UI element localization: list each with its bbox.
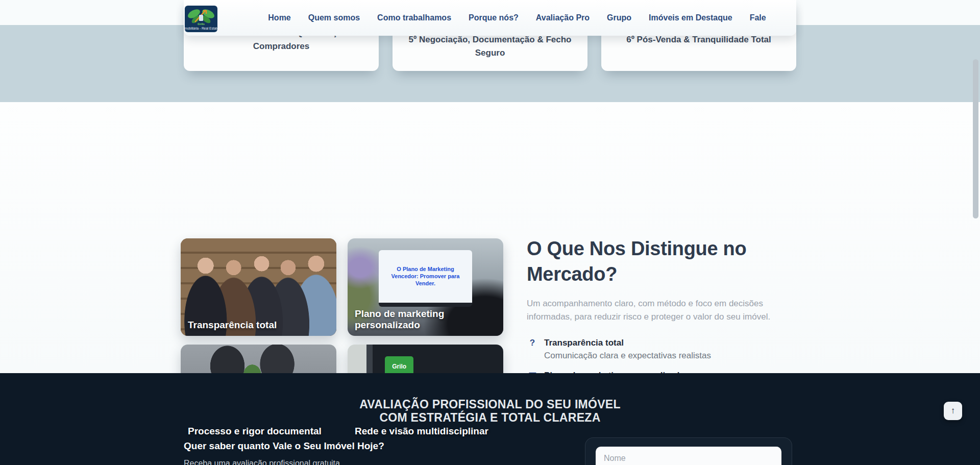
- logo[interactable]: Grilo Imobiliária - Real Estate: [185, 6, 217, 32]
- nav-item-grupo[interactable]: Grupo: [607, 13, 631, 22]
- navbar: Grilo Imobiliária - Real Estate Home Que…: [184, 0, 796, 36]
- dragonfly-logo-icon: [185, 8, 217, 25]
- main-navigation: Home Quem somos Como trabalhamos Porque …: [248, 13, 766, 22]
- feature-title: Transparência total: [544, 337, 711, 349]
- valuation-section: AVALIAÇÃO PROFISSIONAL DO SEU IMÓVEL COM…: [0, 373, 980, 465]
- nav-item-como-trabalhamos[interactable]: Como trabalhamos: [377, 13, 451, 22]
- gallery-caption: Rede e visão multidisciplinar: [355, 426, 488, 437]
- arrow-up-icon: ↑: [951, 406, 955, 416]
- monitor-screen-text: O Plano de Marketing Vencedor: Promover …: [386, 265, 465, 287]
- nav-item-fale[interactable]: Fale: [750, 13, 766, 22]
- page: 4º Gestão de Visitas & Qualificação de C…: [0, 0, 980, 465]
- distinguish-section: Transparência total O Plano de Marketing…: [0, 102, 980, 373]
- name-input[interactable]: [596, 447, 781, 465]
- valuation-heading: AVALIAÇÃO PROFISSIONAL DO SEU IMÓVEL COM…: [0, 398, 980, 424]
- nav-item-avaliacao-pro[interactable]: Avaliação Pro: [536, 13, 590, 22]
- valuation-question: Quer saber quanto Vale o Seu Imóvel Hoje…: [184, 440, 384, 452]
- process-steps-section: 4º Gestão de Visitas & Qualificação de C…: [0, 0, 980, 102]
- gallery-caption: Transparência total: [188, 320, 277, 331]
- nav-item-quem-somos[interactable]: Quem somos: [308, 13, 360, 22]
- nav-item-porque-nos[interactable]: Porque nós?: [469, 13, 519, 22]
- scrollbar-thumb[interactable]: [973, 59, 978, 218]
- feature-item-transparencia: ? Transparência total Comunicação clara …: [527, 337, 792, 362]
- gallery-card-transparencia: Transparência total: [181, 238, 336, 336]
- valuation-form: [585, 437, 792, 465]
- valuation-subtext: Receba uma avaliação profissional gratui…: [184, 459, 340, 465]
- feature-description: Comunicação clara e expectativas realist…: [544, 349, 711, 362]
- scroll-to-top-button[interactable]: ↑: [944, 402, 962, 420]
- nav-item-home[interactable]: Home: [268, 13, 290, 22]
- section-title-line2: Mercado?: [527, 261, 792, 287]
- monitor-screen: O Plano de Marketing Vencedor: Promover …: [379, 250, 472, 307]
- question-icon: ?: [527, 337, 538, 362]
- valuation-heading-line2: COM ESTRATÉGIA E TOTAL CLAREZA: [0, 411, 980, 424]
- valuation-heading-line1: AVALIAÇÃO PROFISSIONAL DO SEU IMÓVEL: [0, 398, 980, 411]
- nav-item-imoveis-destaque[interactable]: Imóveis em Destaque: [649, 13, 732, 22]
- section-title-line1: O Que Nos Distingue no: [527, 236, 792, 261]
- gallery-card-marketing: O Plano de Marketing Vencedor: Promover …: [348, 238, 503, 336]
- section-title: O Que Nos Distingue no Mercado?: [527, 236, 792, 287]
- gallery-caption: Processo e rigor documental: [188, 426, 322, 437]
- logo-tagline: Imobiliária - Real Estate: [185, 26, 217, 31]
- gallery-caption: Plano de marketing personalizado: [355, 308, 447, 331]
- section-subtitle: Um acompanhamento claro, com método e fo…: [527, 297, 792, 324]
